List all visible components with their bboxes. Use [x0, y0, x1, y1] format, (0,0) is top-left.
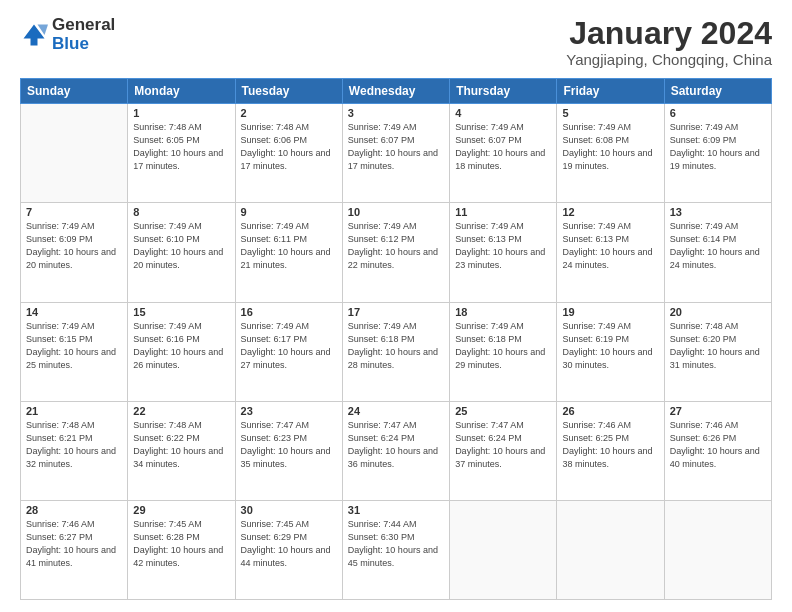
calendar-cell: 16Sunrise: 7:49 AMSunset: 6:17 PMDayligh…: [235, 302, 342, 401]
calendar-cell: 11Sunrise: 7:49 AMSunset: 6:13 PMDayligh…: [450, 203, 557, 302]
day-number: 25: [455, 405, 551, 417]
calendar-header-wednesday: Wednesday: [342, 79, 449, 104]
calendar-cell: [664, 500, 771, 599]
calendar-cell: 4Sunrise: 7:49 AMSunset: 6:07 PMDaylight…: [450, 104, 557, 203]
calendar-cell: 31Sunrise: 7:44 AMSunset: 6:30 PMDayligh…: [342, 500, 449, 599]
calendar-cell: 10Sunrise: 7:49 AMSunset: 6:12 PMDayligh…: [342, 203, 449, 302]
logo-general: General: [52, 16, 115, 35]
calendar-cell: 21Sunrise: 7:48 AMSunset: 6:21 PMDayligh…: [21, 401, 128, 500]
day-number: 16: [241, 306, 337, 318]
calendar-cell: 7Sunrise: 7:49 AMSunset: 6:09 PMDaylight…: [21, 203, 128, 302]
day-info: Sunrise: 7:49 AMSunset: 6:16 PMDaylight:…: [133, 320, 229, 372]
calendar-cell: 8Sunrise: 7:49 AMSunset: 6:10 PMDaylight…: [128, 203, 235, 302]
calendar-week-row: 21Sunrise: 7:48 AMSunset: 6:21 PMDayligh…: [21, 401, 772, 500]
day-number: 7: [26, 206, 122, 218]
calendar-cell: 9Sunrise: 7:49 AMSunset: 6:11 PMDaylight…: [235, 203, 342, 302]
calendar-cell: 19Sunrise: 7:49 AMSunset: 6:19 PMDayligh…: [557, 302, 664, 401]
calendar-cell: 3Sunrise: 7:49 AMSunset: 6:07 PMDaylight…: [342, 104, 449, 203]
calendar-cell: 1Sunrise: 7:48 AMSunset: 6:05 PMDaylight…: [128, 104, 235, 203]
calendar-header-row: SundayMondayTuesdayWednesdayThursdayFrid…: [21, 79, 772, 104]
main-title: January 2024: [566, 16, 772, 51]
day-number: 4: [455, 107, 551, 119]
calendar-cell: [450, 500, 557, 599]
calendar-cell: 24Sunrise: 7:47 AMSunset: 6:24 PMDayligh…: [342, 401, 449, 500]
calendar-header-friday: Friday: [557, 79, 664, 104]
day-number: 19: [562, 306, 658, 318]
day-info: Sunrise: 7:48 AMSunset: 6:05 PMDaylight:…: [133, 121, 229, 173]
calendar-cell: 5Sunrise: 7:49 AMSunset: 6:08 PMDaylight…: [557, 104, 664, 203]
calendar-header-saturday: Saturday: [664, 79, 771, 104]
calendar-cell: 15Sunrise: 7:49 AMSunset: 6:16 PMDayligh…: [128, 302, 235, 401]
calendar-cell: 17Sunrise: 7:49 AMSunset: 6:18 PMDayligh…: [342, 302, 449, 401]
calendar-cell: 30Sunrise: 7:45 AMSunset: 6:29 PMDayligh…: [235, 500, 342, 599]
logo-icon: [20, 21, 48, 49]
calendar-cell: [557, 500, 664, 599]
day-number: 26: [562, 405, 658, 417]
day-number: 6: [670, 107, 766, 119]
day-info: Sunrise: 7:49 AMSunset: 6:08 PMDaylight:…: [562, 121, 658, 173]
day-info: Sunrise: 7:49 AMSunset: 6:19 PMDaylight:…: [562, 320, 658, 372]
day-number: 5: [562, 107, 658, 119]
day-info: Sunrise: 7:44 AMSunset: 6:30 PMDaylight:…: [348, 518, 444, 570]
day-info: Sunrise: 7:49 AMSunset: 6:12 PMDaylight:…: [348, 220, 444, 272]
day-info: Sunrise: 7:45 AMSunset: 6:28 PMDaylight:…: [133, 518, 229, 570]
calendar-cell: 13Sunrise: 7:49 AMSunset: 6:14 PMDayligh…: [664, 203, 771, 302]
calendar-cell: [21, 104, 128, 203]
day-info: Sunrise: 7:49 AMSunset: 6:13 PMDaylight:…: [455, 220, 551, 272]
day-number: 8: [133, 206, 229, 218]
day-info: Sunrise: 7:47 AMSunset: 6:23 PMDaylight:…: [241, 419, 337, 471]
day-info: Sunrise: 7:48 AMSunset: 6:06 PMDaylight:…: [241, 121, 337, 173]
calendar-header-sunday: Sunday: [21, 79, 128, 104]
day-number: 30: [241, 504, 337, 516]
calendar-cell: 12Sunrise: 7:49 AMSunset: 6:13 PMDayligh…: [557, 203, 664, 302]
page: General Blue January 2024 Yangjiaping, C…: [0, 0, 792, 612]
day-number: 17: [348, 306, 444, 318]
calendar-cell: 23Sunrise: 7:47 AMSunset: 6:23 PMDayligh…: [235, 401, 342, 500]
calendar-week-row: 14Sunrise: 7:49 AMSunset: 6:15 PMDayligh…: [21, 302, 772, 401]
day-info: Sunrise: 7:45 AMSunset: 6:29 PMDaylight:…: [241, 518, 337, 570]
calendar-header-tuesday: Tuesday: [235, 79, 342, 104]
day-info: Sunrise: 7:49 AMSunset: 6:14 PMDaylight:…: [670, 220, 766, 272]
day-number: 12: [562, 206, 658, 218]
day-number: 22: [133, 405, 229, 417]
day-number: 27: [670, 405, 766, 417]
day-number: 11: [455, 206, 551, 218]
day-number: 3: [348, 107, 444, 119]
calendar-cell: 25Sunrise: 7:47 AMSunset: 6:24 PMDayligh…: [450, 401, 557, 500]
logo-blue: Blue: [52, 35, 115, 54]
day-number: 9: [241, 206, 337, 218]
day-number: 21: [26, 405, 122, 417]
day-number: 23: [241, 405, 337, 417]
day-info: Sunrise: 7:49 AMSunset: 6:13 PMDaylight:…: [562, 220, 658, 272]
day-number: 31: [348, 504, 444, 516]
calendar-cell: 29Sunrise: 7:45 AMSunset: 6:28 PMDayligh…: [128, 500, 235, 599]
day-number: 13: [670, 206, 766, 218]
calendar-cell: 18Sunrise: 7:49 AMSunset: 6:18 PMDayligh…: [450, 302, 557, 401]
day-info: Sunrise: 7:46 AMSunset: 6:27 PMDaylight:…: [26, 518, 122, 570]
day-number: 14: [26, 306, 122, 318]
calendar-cell: 28Sunrise: 7:46 AMSunset: 6:27 PMDayligh…: [21, 500, 128, 599]
day-info: Sunrise: 7:49 AMSunset: 6:10 PMDaylight:…: [133, 220, 229, 272]
day-number: 29: [133, 504, 229, 516]
calendar-header-monday: Monday: [128, 79, 235, 104]
day-number: 15: [133, 306, 229, 318]
day-number: 28: [26, 504, 122, 516]
day-info: Sunrise: 7:49 AMSunset: 6:09 PMDaylight:…: [670, 121, 766, 173]
calendar-week-row: 28Sunrise: 7:46 AMSunset: 6:27 PMDayligh…: [21, 500, 772, 599]
calendar-week-row: 1Sunrise: 7:48 AMSunset: 6:05 PMDaylight…: [21, 104, 772, 203]
day-number: 10: [348, 206, 444, 218]
day-info: Sunrise: 7:49 AMSunset: 6:07 PMDaylight:…: [348, 121, 444, 173]
calendar-table: SundayMondayTuesdayWednesdayThursdayFrid…: [20, 78, 772, 600]
calendar-cell: 27Sunrise: 7:46 AMSunset: 6:26 PMDayligh…: [664, 401, 771, 500]
calendar-week-row: 7Sunrise: 7:49 AMSunset: 6:09 PMDaylight…: [21, 203, 772, 302]
day-number: 1: [133, 107, 229, 119]
calendar-cell: 14Sunrise: 7:49 AMSunset: 6:15 PMDayligh…: [21, 302, 128, 401]
calendar-cell: 6Sunrise: 7:49 AMSunset: 6:09 PMDaylight…: [664, 104, 771, 203]
day-info: Sunrise: 7:49 AMSunset: 6:09 PMDaylight:…: [26, 220, 122, 272]
title-block: January 2024 Yangjiaping, Chongqing, Chi…: [566, 16, 772, 68]
calendar-cell: 20Sunrise: 7:48 AMSunset: 6:20 PMDayligh…: [664, 302, 771, 401]
subtitle: Yangjiaping, Chongqing, China: [566, 51, 772, 68]
day-info: Sunrise: 7:49 AMSunset: 6:18 PMDaylight:…: [348, 320, 444, 372]
day-number: 24: [348, 405, 444, 417]
day-info: Sunrise: 7:49 AMSunset: 6:07 PMDaylight:…: [455, 121, 551, 173]
